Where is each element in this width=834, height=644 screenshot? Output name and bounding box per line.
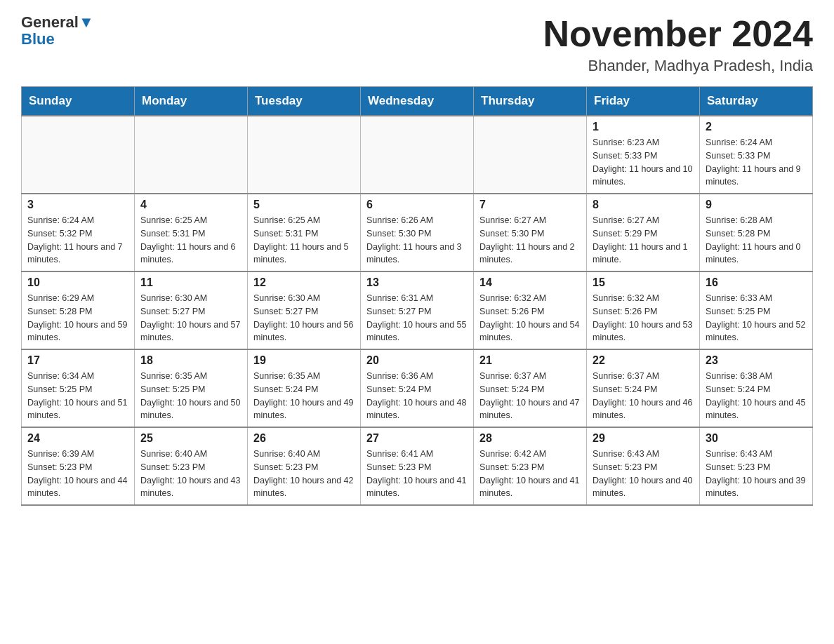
day-info: Sunrise: 6:28 AMSunset: 5:28 PMDaylight:… — [706, 214, 807, 267]
day-info: Sunrise: 6:43 AMSunset: 5:23 PMDaylight:… — [593, 448, 694, 500]
page-header: General▼Blue November 2024 Bhander, Madh… — [21, 14, 813, 75]
day-info: Sunrise: 6:29 AMSunset: 5:28 PMDaylight:… — [27, 292, 128, 344]
calendar-cell-w5-d5: 28Sunrise: 6:42 AMSunset: 5:23 PMDayligh… — [474, 427, 587, 505]
day-info: Sunrise: 6:40 AMSunset: 5:23 PMDaylight:… — [140, 448, 241, 500]
calendar-cell-w5-d6: 29Sunrise: 6:43 AMSunset: 5:23 PMDayligh… — [587, 427, 700, 505]
day-number: 4 — [140, 199, 241, 211]
day-info: Sunrise: 6:31 AMSunset: 5:27 PMDaylight:… — [366, 292, 468, 344]
day-number: 19 — [253, 354, 355, 367]
calendar-cell-w4-d4: 20Sunrise: 6:36 AMSunset: 5:24 PMDayligh… — [361, 349, 474, 427]
logo-triangle-icon: ▼ — [79, 13, 94, 31]
day-number: 30 — [706, 432, 807, 445]
day-number: 7 — [479, 199, 581, 211]
calendar-cell-w4-d2: 18Sunrise: 6:35 AMSunset: 5:25 PMDayligh… — [135, 349, 248, 427]
day-info: Sunrise: 6:25 AMSunset: 5:31 PMDaylight:… — [140, 214, 241, 267]
calendar-cell-w2-d4: 6Sunrise: 6:26 AMSunset: 5:30 PMDaylight… — [361, 194, 474, 271]
day-info: Sunrise: 6:40 AMSunset: 5:23 PMDaylight:… — [253, 448, 355, 500]
day-number: 15 — [593, 276, 694, 289]
header-thursday: Thursday — [474, 87, 587, 116]
day-info: Sunrise: 6:42 AMSunset: 5:23 PMDaylight:… — [479, 448, 581, 500]
day-number: 13 — [366, 276, 468, 289]
day-number: 8 — [593, 199, 694, 211]
calendar-cell-w3-d2: 11Sunrise: 6:30 AMSunset: 5:27 PMDayligh… — [135, 271, 248, 349]
calendar-cell-w2-d6: 8Sunrise: 6:27 AMSunset: 5:29 PMDaylight… — [587, 194, 700, 271]
day-number: 18 — [140, 354, 241, 367]
logo-text: General▼Blue — [21, 14, 94, 48]
logo: General▼Blue — [21, 14, 94, 48]
day-number: 17 — [27, 354, 128, 367]
day-number: 5 — [253, 199, 355, 211]
day-number: 1 — [593, 121, 694, 133]
day-number: 24 — [27, 432, 128, 445]
day-info: Sunrise: 6:32 AMSunset: 5:26 PMDaylight:… — [593, 292, 694, 344]
day-info: Sunrise: 6:41 AMSunset: 5:23 PMDaylight:… — [366, 448, 468, 500]
day-info: Sunrise: 6:23 AMSunset: 5:33 PMDaylight:… — [593, 136, 694, 189]
calendar-cell-w1-d3 — [248, 116, 361, 194]
calendar-cell-w3-d1: 10Sunrise: 6:29 AMSunset: 5:28 PMDayligh… — [22, 271, 135, 349]
day-number: 27 — [366, 432, 468, 445]
day-number: 29 — [593, 432, 694, 445]
day-number: 12 — [253, 276, 355, 289]
location-subtitle: Bhander, Madhya Pradesh, India — [543, 57, 813, 75]
day-number: 9 — [706, 199, 807, 211]
day-info: Sunrise: 6:30 AMSunset: 5:27 PMDaylight:… — [253, 292, 355, 344]
calendar-week-2: 3Sunrise: 6:24 AMSunset: 5:32 PMDaylight… — [22, 194, 813, 271]
day-number: 23 — [706, 354, 807, 367]
calendar-cell-w4-d1: 17Sunrise: 6:34 AMSunset: 5:25 PMDayligh… — [22, 349, 135, 427]
title-area: November 2024 Bhander, Madhya Pradesh, I… — [543, 14, 813, 75]
day-number: 11 — [140, 276, 241, 289]
calendar-cell-w4-d7: 23Sunrise: 6:38 AMSunset: 5:24 PMDayligh… — [700, 349, 813, 427]
day-info: Sunrise: 6:34 AMSunset: 5:25 PMDaylight:… — [27, 370, 128, 422]
day-number: 16 — [706, 276, 807, 289]
day-number: 21 — [479, 354, 581, 367]
calendar-cell-w1-d7: 2Sunrise: 6:24 AMSunset: 5:33 PMDaylight… — [700, 116, 813, 194]
day-info: Sunrise: 6:35 AMSunset: 5:25 PMDaylight:… — [140, 370, 241, 422]
day-info: Sunrise: 6:24 AMSunset: 5:32 PMDaylight:… — [27, 214, 128, 267]
calendar-cell-w1-d2 — [135, 116, 248, 194]
calendar-table: Sunday Monday Tuesday Wednesday Thursday… — [21, 86, 813, 506]
day-number: 3 — [27, 199, 128, 211]
calendar-cell-w4-d5: 21Sunrise: 6:37 AMSunset: 5:24 PMDayligh… — [474, 349, 587, 427]
day-number: 20 — [366, 354, 468, 367]
day-number: 25 — [140, 432, 241, 445]
calendar-cell-w5-d4: 27Sunrise: 6:41 AMSunset: 5:23 PMDayligh… — [361, 427, 474, 505]
calendar-cell-w5-d1: 24Sunrise: 6:39 AMSunset: 5:23 PMDayligh… — [22, 427, 135, 505]
calendar-cell-w1-d6: 1Sunrise: 6:23 AMSunset: 5:33 PMDaylight… — [587, 116, 700, 194]
calendar-week-1: 1Sunrise: 6:23 AMSunset: 5:33 PMDaylight… — [22, 116, 813, 194]
header-friday: Friday — [587, 87, 700, 116]
calendar-cell-w1-d1 — [22, 116, 135, 194]
header-tuesday: Tuesday — [248, 87, 361, 116]
day-info: Sunrise: 6:37 AMSunset: 5:24 PMDaylight:… — [479, 370, 581, 422]
calendar-cell-w1-d4 — [361, 116, 474, 194]
header-saturday: Saturday — [700, 87, 813, 116]
calendar-cell-w4-d6: 22Sunrise: 6:37 AMSunset: 5:24 PMDayligh… — [587, 349, 700, 427]
calendar-cell-w2-d1: 3Sunrise: 6:24 AMSunset: 5:32 PMDaylight… — [22, 194, 135, 271]
calendar-cell-w5-d2: 25Sunrise: 6:40 AMSunset: 5:23 PMDayligh… — [135, 427, 248, 505]
calendar-header-row: Sunday Monday Tuesday Wednesday Thursday… — [22, 87, 813, 116]
calendar-week-5: 24Sunrise: 6:39 AMSunset: 5:23 PMDayligh… — [22, 427, 813, 505]
day-info: Sunrise: 6:27 AMSunset: 5:29 PMDaylight:… — [593, 214, 694, 267]
calendar-week-3: 10Sunrise: 6:29 AMSunset: 5:28 PMDayligh… — [22, 271, 813, 349]
day-info: Sunrise: 6:26 AMSunset: 5:30 PMDaylight:… — [366, 214, 468, 267]
day-info: Sunrise: 6:39 AMSunset: 5:23 PMDaylight:… — [27, 448, 128, 500]
day-number: 10 — [27, 276, 128, 289]
day-info: Sunrise: 6:35 AMSunset: 5:24 PMDaylight:… — [253, 370, 355, 422]
calendar-cell-w2-d3: 5Sunrise: 6:25 AMSunset: 5:31 PMDaylight… — [248, 194, 361, 271]
day-info: Sunrise: 6:43 AMSunset: 5:23 PMDaylight:… — [706, 448, 807, 500]
day-number: 28 — [479, 432, 581, 445]
calendar-cell-w4-d3: 19Sunrise: 6:35 AMSunset: 5:24 PMDayligh… — [248, 349, 361, 427]
day-number: 14 — [479, 276, 581, 289]
day-info: Sunrise: 6:25 AMSunset: 5:31 PMDaylight:… — [253, 214, 355, 267]
calendar-week-4: 17Sunrise: 6:34 AMSunset: 5:25 PMDayligh… — [22, 349, 813, 427]
header-monday: Monday — [135, 87, 248, 116]
calendar-cell-w2-d5: 7Sunrise: 6:27 AMSunset: 5:30 PMDaylight… — [474, 194, 587, 271]
calendar-cell-w3-d4: 13Sunrise: 6:31 AMSunset: 5:27 PMDayligh… — [361, 271, 474, 349]
logo-blue-text: Blue — [21, 30, 55, 48]
month-year-title: November 2024 — [543, 14, 813, 54]
calendar-cell-w3-d3: 12Sunrise: 6:30 AMSunset: 5:27 PMDayligh… — [248, 271, 361, 349]
day-number: 26 — [253, 432, 355, 445]
calendar-cell-w3-d5: 14Sunrise: 6:32 AMSunset: 5:26 PMDayligh… — [474, 271, 587, 349]
header-sunday: Sunday — [22, 87, 135, 116]
calendar-cell-w2-d2: 4Sunrise: 6:25 AMSunset: 5:31 PMDaylight… — [135, 194, 248, 271]
day-number: 2 — [706, 121, 807, 133]
